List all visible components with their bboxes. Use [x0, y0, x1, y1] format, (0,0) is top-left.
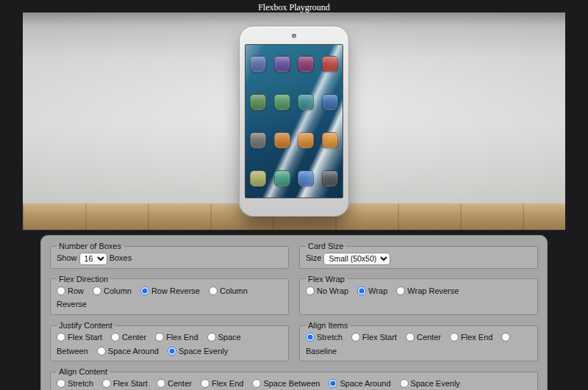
app-box: [322, 132, 338, 148]
flex-wrap-option-no-wrap[interactable]: No Wrap: [306, 286, 348, 295]
justify-content-option-space-around[interactable]: Space Around: [97, 347, 159, 355]
align-items-options: StretchFlex StartCenterFlex EndBaseline: [306, 331, 531, 358]
flex-direction-option-row[interactable]: Row: [57, 286, 84, 295]
justify-content-options: Flex StartCenterFlex EndSpace BetweenSpa…: [57, 331, 282, 358]
align-content-option-space-evenly[interactable]: Space Evenly: [400, 379, 460, 388]
flex-direction-radio-row[interactable]: [57, 286, 65, 295]
fieldset-flex-direction: Flex DirectionRowColumnRow ReverseColumn…: [50, 275, 289, 315]
flex-wrap-option-label: No Wrap: [317, 286, 348, 295]
app-box: [298, 94, 314, 110]
card-size-select[interactable]: Small (50x50): [323, 253, 390, 265]
app-box: [298, 170, 314, 187]
align-items-radio-stretch[interactable]: [306, 333, 315, 342]
phone-camera-dot: [292, 34, 296, 38]
flex-wrap-radio-no-wrap[interactable]: [306, 286, 315, 295]
align-items-option-flex-end[interactable]: Flex End: [450, 333, 492, 342]
align-content-option-center[interactable]: Center: [157, 379, 192, 388]
align-items-option-center[interactable]: Center: [406, 333, 441, 342]
align-content-option-label: Space Around: [340, 379, 390, 388]
fieldset-card-size: Card Size Size Small (50x50): [299, 242, 538, 269]
box-count-select[interactable]: 16: [79, 253, 107, 265]
flex-wrap-radio-wrap-reverse[interactable]: [396, 286, 405, 295]
align-items-radio-flex-start[interactable]: [351, 333, 360, 342]
justify-content-option-label: Center: [122, 333, 146, 342]
fieldset-align-items: Align ItemsStretchFlex StartCenterFlex E…: [299, 321, 538, 361]
align-content-radio-space-evenly[interactable]: [400, 379, 409, 388]
align-content-option-label: Flex End: [212, 379, 243, 388]
app-box: [250, 94, 266, 110]
justify-content-radio-flex-end[interactable]: [155, 333, 164, 342]
app-box: [322, 56, 338, 72]
legend-flex-direction: Flex Direction: [57, 275, 110, 284]
flex-direction-option-row-reverse[interactable]: Row Reverse: [140, 286, 200, 295]
align-content-radio-flex-start[interactable]: [102, 379, 111, 388]
flex-wrap-option-wrap[interactable]: Wrap: [357, 286, 387, 295]
boxes-label: Boxes: [110, 253, 132, 262]
align-content-option-flex-start[interactable]: Flex Start: [102, 379, 148, 388]
flex-direction-radio-column[interactable]: [93, 286, 101, 295]
fieldset-number-of-boxes: Number of Boxes Show 16 Boxes: [50, 242, 289, 269]
justify-content-radio-space-around[interactable]: [97, 347, 106, 355]
app-box: [274, 56, 290, 72]
align-content-option-label: Space Between: [263, 379, 320, 388]
align-items-radio-baseline[interactable]: [501, 333, 510, 342]
app-box: [250, 56, 266, 72]
show-label: Show: [57, 253, 77, 262]
align-content-radio-space-around[interactable]: [329, 379, 337, 388]
align-content-option-space-between[interactable]: Space Between: [252, 379, 320, 388]
legend-justify-content: Justify Content: [57, 321, 115, 330]
app-box: [298, 56, 314, 72]
flex-wrap-option-label: Wrap: [368, 286, 387, 295]
align-content-option-flex-end[interactable]: Flex End: [201, 379, 243, 388]
justify-content-option-space-evenly[interactable]: Space Evenly: [168, 347, 228, 355]
legend-align-items: Align Items: [306, 321, 350, 330]
app-box: [322, 94, 338, 110]
justify-content-option-flex-start[interactable]: Flex Start: [57, 333, 102, 342]
phone-screen: [245, 44, 343, 198]
legend-card-size: Card Size: [306, 242, 345, 250]
align-content-option-label: Flex Start: [113, 379, 148, 388]
flex-direction-option-column[interactable]: Column: [93, 286, 132, 295]
align-content-option-space-around[interactable]: Space Around: [329, 379, 390, 388]
app-box: [322, 170, 338, 187]
align-items-option-label: Flex Start: [362, 333, 397, 342]
legend-flex-wrap: Flex Wrap: [306, 275, 347, 284]
justify-content-option-label: Space Evenly: [179, 347, 228, 355]
app-box: [274, 170, 290, 187]
page-title: Flexbox Playground: [0, 0, 588, 12]
align-content-radio-stretch[interactable]: [57, 379, 65, 388]
align-content-radio-center[interactable]: [157, 379, 165, 388]
align-items-radio-center[interactable]: [406, 333, 415, 342]
justify-content-option-center[interactable]: Center: [111, 333, 146, 342]
flex-wrap-radio-wrap[interactable]: [357, 286, 366, 295]
page: { "title": "Flexbox Playground", "footer…: [0, 0, 588, 390]
fieldset-justify-content: Justify ContentFlex StartCenterFlex EndS…: [50, 321, 289, 361]
app-box: [250, 132, 266, 148]
align-content-option-stretch[interactable]: Stretch: [57, 379, 93, 388]
align-items-radio-flex-end[interactable]: [450, 333, 459, 342]
flex-direction-option-label: Row Reverse: [151, 286, 200, 295]
justify-content-option-flex-end[interactable]: Flex End: [155, 333, 198, 342]
justify-content-radio-space-evenly[interactable]: [168, 347, 176, 355]
app-box: [250, 170, 266, 187]
flex-direction-radio-column-reverse[interactable]: [209, 286, 218, 295]
align-content-options: StretchFlex StartCenterFlex EndSpace Bet…: [57, 377, 531, 390]
hero-photo: [23, 12, 565, 230]
justify-content-radio-space-between[interactable]: [207, 333, 216, 342]
align-items-option-flex-start[interactable]: Flex Start: [351, 333, 397, 342]
flex-direction-radio-row-reverse[interactable]: [140, 286, 149, 295]
justify-content-option-label: Space Around: [108, 347, 159, 355]
align-content-radio-flex-end[interactable]: [201, 379, 209, 388]
flex-wrap-option-wrap-reverse[interactable]: Wrap Reverse: [396, 286, 459, 295]
controls-panel: Number of Boxes Show 16 Boxes Card Size …: [40, 235, 548, 390]
align-items-option-stretch[interactable]: Stretch: [306, 333, 343, 342]
flex-direction-option-label: Row: [68, 286, 84, 295]
align-content-radio-space-between[interactable]: [252, 379, 261, 388]
app-box: [274, 132, 290, 148]
align-content-option-label: Space Evenly: [411, 379, 460, 388]
justify-content-radio-center[interactable]: [111, 333, 120, 342]
number-of-boxes-content: Show 16 Boxes: [57, 251, 282, 265]
justify-content-radio-flex-start[interactable]: [57, 333, 65, 342]
align-content-option-label: Stretch: [68, 379, 93, 388]
align-items-option-label: Center: [417, 333, 441, 342]
